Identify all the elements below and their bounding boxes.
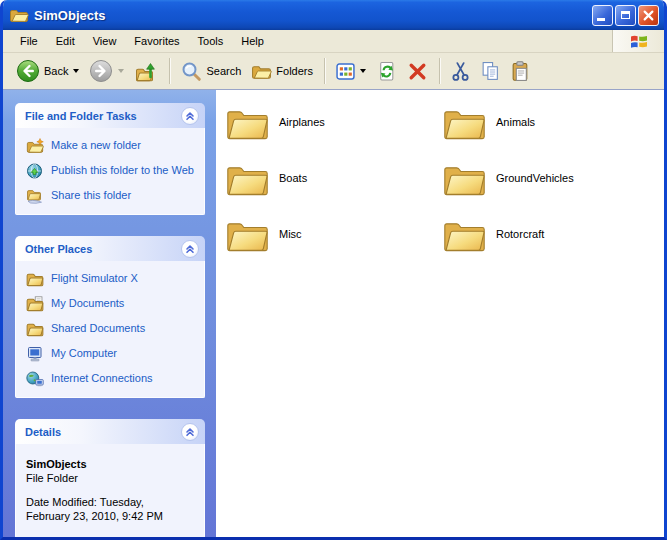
folder-icon <box>225 105 270 144</box>
details-folder-name: SimObjects <box>26 457 196 471</box>
publish-web-icon <box>26 163 44 179</box>
up-button[interactable] <box>129 58 163 84</box>
details-date-modified: Date Modified: Tuesday, February 23, 201… <box>26 495 184 523</box>
panel-details: Details SimObjects File Folder Date Modi… <box>15 419 205 537</box>
back-arrow-icon <box>16 59 40 83</box>
folder-view: Airplanes Animals Boats GroundVehicles M… <box>216 90 664 537</box>
folder-icon <box>26 271 44 287</box>
folder-icon <box>442 105 487 144</box>
folder-icon <box>225 161 270 200</box>
link-label: Flight Simulator X <box>51 271 138 285</box>
copy-icon <box>480 61 501 82</box>
task-make-new-folder[interactable]: Make a new folder <box>26 138 196 154</box>
link-my-documents[interactable]: My Documents <box>26 296 196 312</box>
task-pane: File and Folder Tasks Make a new folder <box>3 90 216 537</box>
search-icon <box>181 61 202 82</box>
titlebar: SimObjects <box>3 0 664 30</box>
collapse-button[interactable] <box>181 107 199 125</box>
window-title: SimObjects <box>34 8 590 23</box>
folder-tile-label: Rotorcraft <box>496 217 544 240</box>
folder-tile-label: Animals <box>496 105 535 128</box>
copy-button[interactable] <box>475 59 506 84</box>
maximize-button[interactable] <box>615 5 636 26</box>
forward-arrow-icon <box>89 59 113 83</box>
folder-icon <box>442 161 487 200</box>
panel-header-other-places[interactable]: Other Places <box>15 236 205 261</box>
panel-header-file-and-folder-tasks[interactable]: File and Folder Tasks <box>15 103 205 128</box>
panel-title: File and Folder Tasks <box>25 110 137 122</box>
menubar: File Edit View Favorites Tools Help <box>3 30 664 53</box>
task-label: Share this folder <box>51 188 131 202</box>
panel-other-places: Other Places Flight Simulator X <box>15 236 205 398</box>
minimize-button[interactable] <box>592 5 613 26</box>
paste-button[interactable] <box>506 59 535 84</box>
menu-tools[interactable]: Tools <box>189 31 233 51</box>
menu-view[interactable]: View <box>84 31 126 51</box>
panel-body: SimObjects File Folder Date Modified: Tu… <box>15 444 205 537</box>
link-flight-simulator-x[interactable]: Flight Simulator X <box>26 271 196 287</box>
delete-button[interactable] <box>402 59 433 84</box>
task-share-folder[interactable]: Share this folder <box>26 188 196 204</box>
maximize-icon <box>621 11 630 19</box>
paste-icon <box>511 61 530 82</box>
menu-file[interactable]: File <box>11 31 47 51</box>
close-button[interactable] <box>638 5 659 26</box>
windows-logo-icon <box>629 32 649 50</box>
menu-edit[interactable]: Edit <box>47 31 84 51</box>
folders-button[interactable]: Folders <box>246 61 318 82</box>
cut-button[interactable] <box>446 59 475 84</box>
link-label: My Computer <box>51 346 117 360</box>
panel-header-details[interactable]: Details <box>15 419 205 444</box>
delete-icon <box>407 61 428 82</box>
link-shared-documents[interactable]: Shared Documents <box>26 321 196 337</box>
explorer-window: SimObjects File Edit View Favorites Tool… <box>0 0 667 540</box>
folder-tile-airplanes[interactable]: Airplanes <box>225 105 442 161</box>
link-my-computer[interactable]: My Computer <box>26 346 196 362</box>
search-button[interactable]: Search <box>176 59 246 84</box>
new-folder-icon <box>26 138 44 154</box>
window-body: File and Folder Tasks Make a new folder <box>3 90 664 537</box>
folder-tile-rotorcraft[interactable]: Rotorcraft <box>442 217 659 273</box>
views-icon <box>336 63 355 80</box>
link-internet-connections[interactable]: Internet Connections <box>26 371 196 387</box>
folders-icon <box>251 63 272 80</box>
folder-icon <box>26 321 44 337</box>
menu-favorites[interactable]: Favorites <box>125 31 188 51</box>
views-dropdown-icon[interactable] <box>360 69 366 73</box>
back-button[interactable]: Back <box>11 57 84 85</box>
folder-tile-label: Boats <box>279 161 307 184</box>
folder-tile-animals[interactable]: Animals <box>442 105 659 161</box>
back-dropdown-icon[interactable] <box>73 69 79 73</box>
toolbar-separator <box>324 58 325 84</box>
folder-open-icon <box>9 7 29 23</box>
collapse-button[interactable] <box>181 240 199 258</box>
minimize-icon <box>597 18 605 21</box>
my-documents-icon <box>26 296 44 312</box>
panel-body: Make a new folder Publish this folder to… <box>15 128 205 215</box>
chevron-up-icon <box>185 111 195 121</box>
folder-tile-boats[interactable]: Boats <box>225 161 442 217</box>
search-button-label: Search <box>206 65 241 77</box>
folder-tile-label: Airplanes <box>279 105 325 128</box>
panel-file-and-folder-tasks: File and Folder Tasks Make a new folder <box>15 103 205 215</box>
folder-tile-label: Misc <box>279 217 302 240</box>
folder-tile-groundvehicles[interactable]: GroundVehicles <box>442 161 659 217</box>
windows-logo-block <box>612 30 664 52</box>
views-button[interactable] <box>331 61 371 82</box>
folders-button-label: Folders <box>276 65 313 77</box>
collapse-button[interactable] <box>181 423 199 441</box>
back-button-label: Back <box>44 65 68 77</box>
forward-button[interactable] <box>84 57 129 85</box>
task-label: Publish this folder to the Web <box>51 163 194 177</box>
task-publish-to-web[interactable]: Publish this folder to the Web <box>26 163 196 179</box>
forward-dropdown-icon <box>118 69 124 73</box>
toolbar-separator <box>169 58 170 84</box>
menu-help[interactable]: Help <box>232 31 273 51</box>
internet-connections-icon <box>26 371 44 387</box>
link-label: Internet Connections <box>51 371 153 385</box>
folder-tile-misc[interactable]: Misc <box>225 217 442 273</box>
refresh-button[interactable] <box>371 59 402 84</box>
folder-icon <box>225 217 270 256</box>
link-label: Shared Documents <box>51 321 145 335</box>
up-folder-icon <box>134 60 158 82</box>
